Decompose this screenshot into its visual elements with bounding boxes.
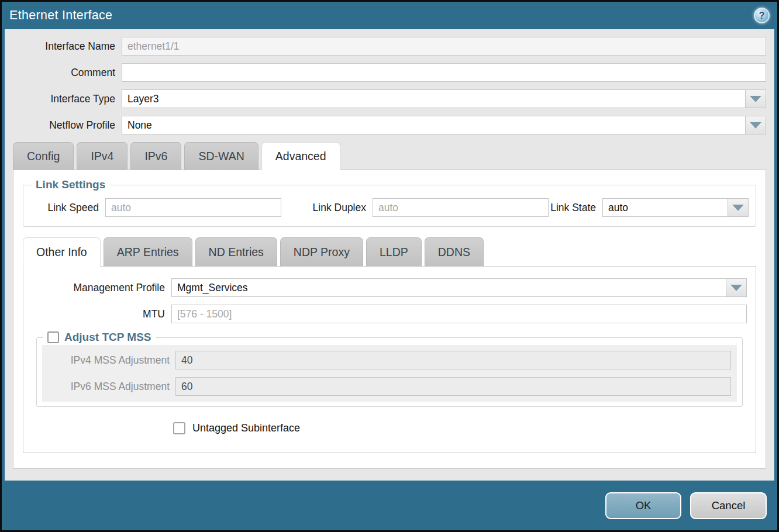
link-state-dropdown-button[interactable] (728, 198, 749, 217)
link-settings-fieldset: Link Settings Link Speed Link Duplex Lin… (23, 178, 756, 227)
ipv6-mss-field (175, 377, 731, 396)
ipv6-mss-field-wrap (175, 377, 731, 396)
tab-advanced[interactable]: Advanced (261, 142, 340, 170)
tab-ipv4[interactable]: IPv4 (77, 142, 127, 170)
management-profile-row: Management Profile (23, 278, 747, 297)
adjust-tcp-mss-checkbox[interactable] (47, 331, 59, 343)
ipv4-mss-row: IPv4 MSS Adjustment (48, 351, 731, 369)
ok-button[interactable]: OK (605, 492, 681, 519)
dialog-footer: OK Cancel (2, 481, 777, 530)
main-tab-bar: Config IPv4 IPv6 SD-WAN Advanced (13, 142, 766, 170)
untagged-subinterface-row: Untagged Subinterface (173, 422, 756, 434)
link-state-label: Link State (549, 202, 602, 214)
comment-field-wrap (122, 63, 766, 82)
adjust-tcp-mss-legend: Adjust TCP MSS (43, 331, 156, 344)
interface-name-field-wrap (122, 37, 766, 56)
netflow-profile-dropdown (122, 116, 766, 134)
tab-lldp[interactable]: LLDP (366, 237, 422, 267)
interface-type-value[interactable] (122, 89, 746, 108)
tab-sdwan[interactable]: SD-WAN (184, 142, 258, 170)
chevron-down-icon (732, 205, 744, 211)
tab-nd-entries[interactable]: ND Entries (195, 237, 277, 267)
ethernet-interface-dialog: Ethernet Interface ? Interface Name Comm… (0, 0, 779, 532)
dialog-body: Interface Name Comment Interface Type Ne… (5, 29, 774, 481)
interface-type-row: Interface Type (13, 89, 766, 108)
ipv4-mss-field-wrap (175, 351, 731, 369)
untagged-subinterface-label: Untagged Subinterface (192, 422, 300, 434)
link-duplex-field[interactable] (373, 198, 549, 217)
management-profile-label: Management Profile (23, 282, 171, 294)
link-settings-legend: Link Settings (32, 178, 109, 191)
interface-name-field (122, 37, 766, 56)
adjust-tcp-mss-fieldset: Adjust TCP MSS IPv4 MSS Adjustment IPv6 … (36, 331, 743, 407)
tab-arp-entries[interactable]: ARP Entries (104, 237, 192, 267)
netflow-profile-label: Netflow Profile (13, 119, 122, 132)
management-profile-dropdown-button[interactable] (726, 278, 747, 297)
tab-config[interactable]: Config (13, 142, 74, 170)
advanced-tab-panel: Link Settings Link Speed Link Duplex Lin… (13, 170, 766, 469)
sub-tab-bar: Other Info ARP Entries ND Entries NDP Pr… (23, 237, 756, 267)
interface-name-row: Interface Name (13, 37, 766, 56)
interface-type-dropdown (122, 89, 766, 108)
management-profile-value[interactable] (171, 278, 726, 297)
netflow-profile-dropdown-button[interactable] (745, 116, 766, 134)
adjust-tcp-mss-label: Adjust TCP MSS (64, 331, 151, 344)
mtu-field-wrap (171, 305, 747, 323)
ipv6-mss-label: IPv6 MSS Adjustment (48, 381, 175, 393)
chevron-down-icon (730, 285, 742, 291)
tab-ipv6[interactable]: IPv6 (130, 142, 181, 170)
link-speed-field[interactable] (105, 198, 281, 217)
link-settings-row: Link Speed Link Duplex Link State (30, 198, 749, 217)
interface-name-label: Interface Name (13, 40, 122, 53)
tab-other-info[interactable]: Other Info (23, 237, 101, 267)
ipv4-mss-field (175, 351, 731, 369)
interface-type-label: Interface Type (13, 93, 122, 105)
mtu-row: MTU (23, 305, 747, 323)
ipv4-mss-label: IPv4 MSS Adjustment (48, 354, 175, 367)
comment-field[interactable] (122, 63, 766, 82)
mtu-label: MTU (23, 308, 171, 320)
help-icon[interactable]: ? (754, 8, 770, 23)
comment-row: Comment (13, 63, 766, 82)
link-duplex-label: Link Duplex (308, 202, 373, 214)
chevron-down-icon (750, 122, 761, 129)
link-state-dropdown (602, 198, 749, 217)
netflow-profile-value[interactable] (122, 116, 746, 134)
dialog-title: Ethernet Interface (9, 8, 112, 23)
mtu-field[interactable] (171, 305, 747, 323)
tab-ddns[interactable]: DDNS (425, 237, 484, 267)
chevron-down-icon (750, 96, 761, 102)
ipv6-mss-row: IPv6 MSS Adjustment (48, 377, 731, 396)
netflow-profile-row: Netflow Profile (13, 116, 766, 134)
other-info-panel: Management Profile MTU (23, 266, 756, 453)
tab-ndp-proxy[interactable]: NDP Proxy (280, 237, 363, 267)
mss-disabled-block: IPv4 MSS Adjustment IPv6 MSS Adjustment (42, 345, 737, 402)
untagged-subinterface-checkbox[interactable] (173, 422, 185, 434)
link-state-value[interactable] (602, 198, 728, 217)
comment-label: Comment (13, 67, 122, 79)
adjust-tcp-mss-legend-inner: Adjust TCP MSS (47, 331, 151, 344)
title-bar: Ethernet Interface ? (2, 2, 777, 29)
cancel-button[interactable]: Cancel (690, 492, 767, 519)
interface-type-dropdown-button[interactable] (745, 89, 766, 108)
management-profile-dropdown (171, 278, 747, 297)
link-speed-label: Link Speed (30, 202, 105, 214)
